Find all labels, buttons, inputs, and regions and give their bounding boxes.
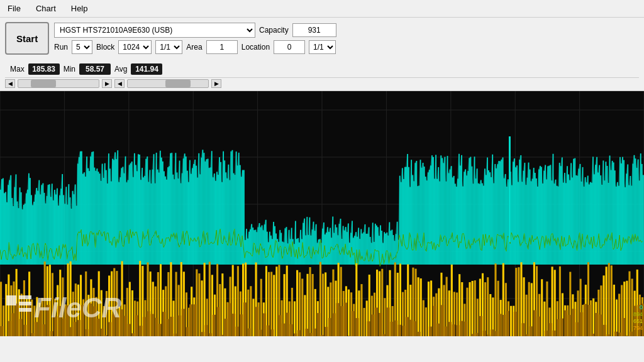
controls-group: HGST HTS721010A9E630 (USB) Capacity Run … <box>54 23 336 54</box>
max-label: Max <box>10 65 25 74</box>
avg-label: Avg <box>114 65 127 74</box>
scroll-thumb-2 <box>165 80 191 87</box>
right-label-894: 894 <box>633 311 643 317</box>
device-select[interactable]: HGST HTS721010A9E630 (USB) <box>54 23 255 38</box>
capacity-label: Capacity <box>259 26 289 35</box>
stats-bar: Max 185.83 Min 58.57 Avg 141.94 <box>5 60 639 78</box>
scroll-area: ◀ ▶ ◀ ▶ <box>5 79 639 88</box>
location-input[interactable] <box>274 40 305 54</box>
run-label: Run <box>54 43 68 52</box>
row2: Run 5 Block 1024 1/1 Area Location 1/1 <box>54 40 336 54</box>
menu-bar: File Chart Help <box>0 0 644 18</box>
scroll-thumb-1 <box>31 80 56 87</box>
scroll-track-1[interactable] <box>18 79 99 88</box>
scroll-left-btn[interactable]: ◀ <box>5 79 15 88</box>
max-value: 185.83 <box>28 63 60 75</box>
scroll-right-btn[interactable]: ▶ <box>102 79 112 88</box>
file-menu[interactable]: File <box>5 3 23 14</box>
fraction2-select[interactable]: 1/1 <box>309 40 336 54</box>
right-label-651: 651 <box>633 318 643 324</box>
toolbar: Start HGST HTS721010A9E630 (USB) Capacit… <box>0 18 644 59</box>
fraction1-select[interactable]: 1/1 <box>155 40 182 54</box>
chart-canvas-wrapper: FileCR 0 894 651 794 <box>0 91 644 336</box>
right-labels: 0 894 651 794 <box>633 304 643 336</box>
scroll-track-2[interactable] <box>127 79 209 88</box>
right-label-0: 0 <box>640 304 643 310</box>
scroll-left2-btn[interactable]: ◀ <box>114 79 125 88</box>
chart-canvas <box>0 91 644 336</box>
block-select[interactable]: 1024 <box>118 40 152 54</box>
run-select[interactable]: 5 <box>72 40 92 54</box>
location-label: Location <box>242 43 270 52</box>
help-menu[interactable]: Help <box>69 3 91 14</box>
capacity-input[interactable] <box>292 23 336 37</box>
chart-menu[interactable]: Chart <box>33 3 58 14</box>
scroll-right2-btn[interactable]: ▶ <box>211 79 221 88</box>
area-input[interactable] <box>206 40 238 54</box>
start-button[interactable]: Start <box>5 22 49 55</box>
chart-section: 200 175 150 125 FileCR 0 894 651 794 <box>0 91 644 336</box>
area-label: Area <box>186 43 202 52</box>
row1: HGST HTS721010A9E630 (USB) Capacity <box>54 23 336 38</box>
avg-value: 141.94 <box>131 63 162 75</box>
min-label: Min <box>64 65 75 74</box>
block-label: Block <box>96 43 114 52</box>
right-label-794: 794 <box>633 325 643 331</box>
min-value: 58.57 <box>79 63 111 75</box>
